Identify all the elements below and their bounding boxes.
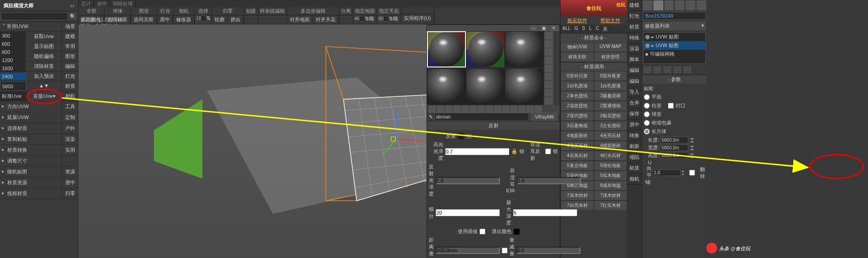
spin-down-icon[interactable]: ▾ <box>689 148 695 151</box>
reflect-swatch[interactable] <box>458 133 464 139</box>
mat-slot-2[interactable] <box>466 31 505 67</box>
search-icon[interactable]: 🔍 <box>69 12 77 20</box>
spin-down-icon[interactable]: ▾ <box>689 140 695 143</box>
width-input[interactable] <box>660 144 688 151</box>
btn-uvw-map[interactable]: UVW MAP <box>594 42 628 52</box>
show-icon[interactable] <box>653 66 662 74</box>
height-input[interactable] <box>660 152 688 159</box>
mat-preset-button[interactable]: 2藤蔓泥檀 <box>594 91 628 101</box>
mat-preset-button[interactable]: 2普通墙纸 <box>594 101 628 111</box>
tg-light[interactable]: 灯光 <box>157 7 173 15</box>
expand-icon[interactable]: ▸ <box>0 123 6 134</box>
hilight-input[interactable] <box>445 148 509 155</box>
tab-total[interactable]: 总计 <box>78 0 94 7</box>
spin-down-icon[interactable]: ▾ <box>689 156 695 159</box>
mat-preset-button[interactable]: 7浅木纹材 <box>594 191 628 201</box>
cw-label[interactable]: 顺 <box>393 15 398 22</box>
side-tab[interactable]: 导入 <box>627 87 642 98</box>
stack-item[interactable]: ▸ UVW 贴图 <box>643 33 705 41</box>
item-copy-paste[interactable]: 复制粘贴 <box>6 134 62 144</box>
side-tab[interactable]: 材质 <box>627 163 642 174</box>
filter-c[interactable]: C <box>594 25 601 33</box>
floor-num[interactable] <box>354 16 365 22</box>
filter-g[interactable]: G <box>573 25 580 33</box>
mat-name-input[interactable] <box>435 113 529 121</box>
size-input[interactable] <box>0 81 26 91</box>
lock-icon[interactable]: 🔒 <box>511 148 518 154</box>
tg-zero[interactable]: 归零 <box>212 7 244 15</box>
mat-slot-6[interactable] <box>505 68 544 105</box>
interp-check[interactable] <box>480 229 485 234</box>
mat-icon[interactable] <box>535 105 542 113</box>
item-wireframe-mat[interactable]: 线框材质 <box>6 188 62 199</box>
sel-same-link[interactable]: 选同关联 <box>131 15 157 24</box>
preset-300[interactable]: 300 <box>0 32 26 40</box>
mat-tool-icon[interactable] <box>545 32 553 39</box>
cat-common[interactable]: 常用 <box>62 42 78 52</box>
tag-custom[interactable]: 定制 <box>62 112 78 123</box>
item-mat-resource[interactable]: 材质资源 <box>6 177 62 188</box>
dim-check[interactable] <box>502 248 508 253</box>
tag-render[interactable]: 渲染 <box>62 134 78 144</box>
tag-outdoor[interactable]: 户外 <box>62 123 78 134</box>
tag-zero[interactable]: 归零 <box>62 188 78 199</box>
stack-item[interactable]: ■ 可编辑网格 <box>643 50 705 58</box>
mat-preset-button[interactable]: 7深木纹材 <box>561 191 594 201</box>
mat-tool-icon[interactable] <box>545 65 553 72</box>
item-resize[interactable]: 调整尺寸 <box>6 156 62 166</box>
exit-swatch[interactable] <box>513 229 520 235</box>
align-ceiling[interactable]: 对齐天花 <box>313 15 339 24</box>
mat-icon[interactable] <box>478 105 485 113</box>
reflect-map[interactable] <box>466 133 472 139</box>
cat-model[interactable]: 建模 <box>62 32 78 42</box>
mat-preset-button[interactable]: 2现代壁纸 <box>561 111 594 121</box>
maximize-icon[interactable]: ▣ <box>540 25 548 31</box>
mat-icon[interactable] <box>453 105 460 113</box>
tag-tool[interactable]: 工具 <box>62 101 78 112</box>
cat-material[interactable]: 材质 <box>62 81 78 91</box>
refl-gloss-input[interactable] <box>436 177 500 184</box>
mat-icon[interactable] <box>502 105 509 113</box>
filter-all[interactable]: ALL <box>561 25 573 33</box>
mat-type-button[interactable]: VRayMtl <box>531 113 558 121</box>
filter-inv[interactable]: 反 <box>601 25 610 33</box>
mat-icon[interactable] <box>486 105 493 113</box>
tab-shading[interactable]: 明暗处理 <box>110 0 136 7</box>
tg-poly[interactable]: 多边形编辑 <box>287 7 339 15</box>
tg-detach[interactable]: 分离 <box>339 7 353 15</box>
tg-camera[interactable]: 相机 <box>173 7 194 15</box>
mat-preset-button[interactable]: 4石英石材 <box>561 151 594 161</box>
mat-preset-button[interactable]: 0室外夜景 <box>594 71 628 81</box>
mat-tool-icon[interactable] <box>545 57 553 64</box>
preset-600[interactable]: 600 <box>0 40 26 48</box>
preset-1600[interactable]: 1600 <box>0 64 26 72</box>
search-input[interactable] <box>1 12 68 20</box>
mat-preset-button[interactable]: 2花纹壁纸 <box>561 101 594 111</box>
mat-tool-icon[interactable] <box>545 73 553 80</box>
random-offset-button[interactable]: 随机偏移 <box>26 52 62 62</box>
get-uvw-button[interactable]: 获取Uvw <box>26 32 62 42</box>
create-tab-icon[interactable] <box>642 0 653 11</box>
item-extend-uvw[interactable]: 延展UVW <box>6 112 62 123</box>
expand-icon[interactable]: ▸ <box>0 112 6 123</box>
clear-mat-button[interactable]: 清除材质 <box>26 62 62 72</box>
map-cyl[interactable] <box>644 103 650 109</box>
nav-arrows-icon[interactable]: ‹› <box>70 2 74 9</box>
mat-icon[interactable] <box>429 105 436 113</box>
side-tab[interactable]: 渲染 <box>627 43 642 54</box>
mat-preset-button[interactable]: 2银花壁纸 <box>594 111 628 121</box>
mat-tool-icon[interactable] <box>545 89 553 96</box>
utility-tab-icon[interactable] <box>696 0 707 11</box>
direct-uvw-button[interactable]: 直接Uvw▾ <box>27 91 62 101</box>
spin-icon[interactable]: ⇅ <box>206 15 211 21</box>
align-floor[interactable]: 对齐地面 <box>287 15 313 24</box>
mat-preset-button[interactable]: 5强化地板 <box>594 161 628 171</box>
dim-f-input[interactable] <box>516 247 580 254</box>
length-input[interactable] <box>660 137 688 143</box>
side-tab[interactable]: 材质 <box>627 22 642 33</box>
mat-tool-icon[interactable] <box>545 48 553 56</box>
unique-icon[interactable] <box>663 66 672 74</box>
help-link[interactable]: 帮助文件 <box>594 16 628 25</box>
mat-slot-1[interactable] <box>427 31 466 67</box>
side-tab[interactable]: 灯光 <box>627 11 642 22</box>
